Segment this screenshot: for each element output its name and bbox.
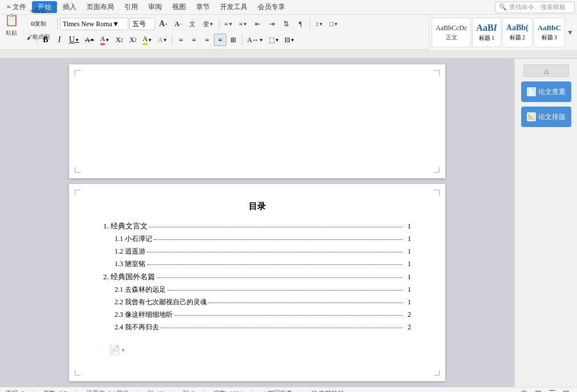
cut-button[interactable]: ✂ 剪切 bbox=[24, 5, 52, 17]
align-right-button[interactable]: ≡ bbox=[201, 34, 213, 46]
toc-item-1[interactable]: 1. 经典文言文 1 bbox=[103, 221, 411, 231]
shading-button[interactable]: ⬚▼ bbox=[266, 34, 282, 46]
toc-dots-2-3 bbox=[174, 315, 403, 316]
increase-indent-button[interactable]: ⇥ bbox=[265, 18, 279, 30]
style-normal-preview: AaBbCcDc bbox=[436, 24, 467, 32]
right-panel: △ 📄 论文查重 📐 论文排版 bbox=[514, 59, 577, 387]
border2-button[interactable]: ⊟▼ bbox=[282, 34, 297, 46]
focus-icon[interactable]: ⊡ bbox=[561, 388, 571, 392]
align-left-button[interactable]: ≡ bbox=[174, 34, 187, 46]
toc-item-2-1[interactable]: 2.1 去森林的远足 1 bbox=[103, 285, 411, 295]
line-spacing-button[interactable]: ↕▼ bbox=[312, 18, 326, 30]
panel-collapse-button[interactable]: △ bbox=[523, 64, 569, 77]
menu-references[interactable]: 引用 bbox=[120, 1, 143, 13]
toc-dots-1-3 bbox=[147, 264, 403, 265]
changecase-button[interactable]: 变▼ bbox=[200, 18, 217, 30]
toc-page-1: 1 bbox=[404, 222, 411, 231]
menu-insert[interactable]: 插入 bbox=[58, 1, 81, 13]
toc-item-1-1[interactable]: 1.1 小石潭记 1 bbox=[103, 234, 411, 244]
subscript-button[interactable]: X2 bbox=[127, 34, 139, 46]
paragraph-group: ≡▼ ≡▼ ⇤ ⇥ ⇅ ¶ bbox=[222, 18, 307, 30]
decrease-indent-button[interactable]: ⇤ bbox=[251, 18, 265, 30]
paste-button[interactable]: 📋 bbox=[2, 11, 21, 29]
toc-label-2: 2. 经典国外名篇 bbox=[103, 272, 155, 282]
status-div-1 bbox=[34, 390, 34, 393]
command-search[interactable]: 🔍 查找命令、搜索模板 bbox=[495, 2, 575, 13]
spell-check[interactable]: ✓ 拼写检查 bbox=[261, 389, 293, 392]
grow-font-button[interactable]: A+ bbox=[156, 18, 170, 30]
align-center-button[interactable]: ≡ bbox=[188, 34, 200, 46]
text-effect-button[interactable]: A ▼ bbox=[156, 34, 170, 46]
style-h1[interactable]: AaBI 标题 1 bbox=[472, 18, 501, 47]
toc-label-1-2: 1.2 逍遥游 bbox=[115, 247, 145, 256]
styles-more-button[interactable]: ▼ bbox=[566, 18, 574, 47]
toc-item-2-4[interactable]: 2.4 我不再归去 2 bbox=[103, 322, 411, 332]
toc-page-1-3: 1 bbox=[404, 260, 411, 268]
doc-check[interactable]: ☑ 文档校对 bbox=[311, 389, 344, 392]
paper-check-label: 论文查重 bbox=[538, 87, 566, 97]
toolbar-row1: 📋 粘贴 ✂ 剪切 ⧉ 复制 🖌 格式刷 Times New Roma▼ 五号 … bbox=[2, 16, 575, 32]
font-color-button[interactable]: A ▼ bbox=[98, 34, 112, 46]
spacing-group: A↔▼ ⬚▼ ⊟▼ bbox=[245, 34, 296, 46]
strikethrough-button[interactable]: A▼ bbox=[83, 34, 97, 46]
style-normal[interactable]: AaBbCcDc 正文 bbox=[432, 18, 471, 47]
bold-button[interactable]: B bbox=[39, 34, 52, 46]
statusbar: 页码: 2 页数: 2/5 设置值: 9.1厘米 行: 13 列: 2 字数: … bbox=[0, 387, 577, 392]
toc-item-2[interactable]: 2. 经典国外名篇 1 bbox=[103, 272, 411, 282]
eye-icon[interactable]: 👁 bbox=[518, 389, 530, 393]
unordered-list-button[interactable]: ≡▼ bbox=[222, 18, 236, 30]
toc-dots-1 bbox=[149, 227, 403, 227]
menu-vip[interactable]: 会员专享 bbox=[253, 1, 290, 13]
shrink-font-button[interactable]: A- bbox=[171, 18, 185, 30]
ruler bbox=[0, 50, 577, 59]
underline-button[interactable]: U▼ bbox=[67, 34, 82, 46]
copy-button[interactable]: ⧉ 复制 bbox=[24, 18, 52, 30]
paper-format-button[interactable]: 📐 论文排版 bbox=[521, 107, 571, 127]
web-layout-icon[interactable]: ☰ bbox=[547, 388, 558, 392]
menu-view[interactable]: 视图 bbox=[168, 1, 190, 13]
menu-developer[interactable]: 开发工具 bbox=[216, 1, 252, 13]
style-h2[interactable]: AaBb( 标题 2 bbox=[502, 18, 533, 47]
align-justify-button[interactable]: ≡ bbox=[214, 34, 226, 46]
toc-item-1-2[interactable]: 1.2 逍遥游 1 bbox=[103, 247, 411, 256]
print-layout-icon[interactable]: ⊞ bbox=[533, 388, 543, 392]
toc-dots-1-1 bbox=[154, 239, 403, 240]
toc-item-2-3[interactable]: 2.3 像这样细细地听 2 bbox=[103, 310, 411, 320]
show-marks-button[interactable]: ¶ bbox=[294, 18, 307, 30]
page2-corner-tr bbox=[434, 190, 440, 195]
toolbar-separator-r2-2 bbox=[172, 34, 172, 46]
font-name-select[interactable]: Times New Roma▼ bbox=[60, 18, 128, 30]
highlight-button[interactable]: A ▼ bbox=[140, 34, 155, 46]
toc-item-1-3[interactable]: 1.3 陋室铭 1 bbox=[103, 259, 411, 269]
toc-label-2-2: 2.2 我曾有七次鄙视自己的灵魂 bbox=[115, 297, 207, 307]
distribute-button[interactable]: ⊞ bbox=[227, 34, 239, 46]
phonetic-button[interactable]: 文 bbox=[186, 18, 200, 30]
document-area[interactable]: 目录 1. 经典文言文 1 1.1 小石潭记 1 1.2 逍遥游 1 1.3 陋… bbox=[0, 59, 514, 387]
sort-button[interactable]: ⇅ bbox=[279, 18, 293, 30]
menu-chapter[interactable]: 章节 bbox=[192, 1, 214, 13]
toolbar-separator-2 bbox=[219, 18, 220, 30]
toc-item-2-2[interactable]: 2.2 我曾有七次鄙视自己的灵魂 1 bbox=[103, 297, 411, 307]
main-area: 目录 1. 经典文言文 1 1.1 小石潭记 1 1.2 逍遥游 1 1.3 陋… bbox=[0, 59, 577, 387]
ordered-list-button[interactable]: ≡▼ bbox=[236, 18, 250, 30]
settings-value: 设置值: 9.1厘米 bbox=[86, 389, 129, 392]
style-h1-label: 标题 1 bbox=[479, 34, 495, 42]
superscript-button[interactable]: X2 bbox=[113, 34, 125, 46]
toc-page-2-2: 1 bbox=[404, 298, 411, 307]
font-size-select[interactable]: 五号 bbox=[129, 18, 155, 30]
style-h3[interactable]: AaBbC 标题 3 bbox=[534, 18, 565, 47]
menu-review[interactable]: 审阅 bbox=[144, 1, 166, 13]
menu-bar: ≡ 文件 开始 插入 页面布局 引用 审阅 视图 章节 开发工具 会员专享 🔍 … bbox=[0, 0, 577, 15]
doc-icon: 📄 bbox=[109, 345, 120, 356]
toolbar-separator-3 bbox=[310, 18, 310, 30]
char-spacing-button[interactable]: A↔▼ bbox=[245, 34, 266, 46]
border-button[interactable]: □▼ bbox=[327, 18, 341, 30]
italic-button[interactable]: I bbox=[53, 34, 66, 46]
page-toc[interactable]: 目录 1. 经典文言文 1 1.1 小石潭记 1 1.2 逍遥游 1 1.3 陋… bbox=[69, 184, 445, 381]
menu-layout[interactable]: 页面布局 bbox=[82, 1, 119, 13]
paper-check-button[interactable]: 📄 论文查重 bbox=[521, 81, 571, 102]
status-div-2 bbox=[76, 390, 77, 393]
page2-corner-tl bbox=[75, 190, 80, 195]
toc-label-2-4: 2.4 我不再归去 bbox=[115, 322, 159, 332]
toc-label-2-1: 2.1 去森林的远足 bbox=[115, 285, 166, 295]
